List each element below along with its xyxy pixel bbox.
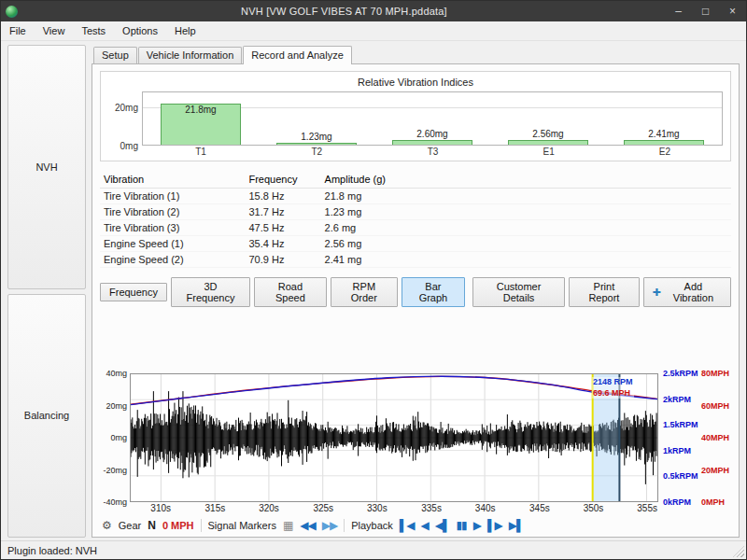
marker-grid-icon[interactable]: ▦ <box>283 519 293 532</box>
close-button[interactable]: × <box>719 1 746 21</box>
current-speed: 0 MPH <box>162 520 194 531</box>
play-icon[interactable]: ▶ <box>473 520 481 531</box>
gear-label: Gear <box>119 520 141 531</box>
waveform-plot[interactable]: 2148 RPM 69.6 MPH <box>130 373 658 502</box>
bar-column: 2.60mg <box>374 92 490 145</box>
maximize-button[interactable]: □ <box>692 1 719 21</box>
mph-tick: 60MPH <box>701 401 729 411</box>
pause-icon[interactable]: ▮▮ <box>457 520 467 531</box>
rpm-tick: 2.5kRPM <box>663 369 698 378</box>
sidebar-item-balancing[interactable]: Balancing <box>7 294 86 539</box>
resize-grip-icon[interactable] <box>733 546 744 557</box>
bar-chart-categories: T1 T2 T3 E1 E2 <box>143 146 723 157</box>
cursor-readout: 2148 RPM 69.6 MPH <box>592 377 634 399</box>
mph-tick: 0MPH <box>701 497 725 507</box>
app-window: NVH [VW GOLF VIBES AT 70 MPH.pddata] – □… <box>0 0 747 560</box>
menu-tests[interactable]: Tests <box>73 21 114 40</box>
table-row[interactable]: Tire Vibration (1) 15.8 Hz 21.8 mg <box>100 189 731 204</box>
status-bar: Plugin loaded: NVH <box>1 540 746 559</box>
x-tick: 350s <box>584 503 604 513</box>
time-history-chart: 40mg 20mg 0mg -20mg -40mg 2148 RPM 69.6 … <box>100 373 731 514</box>
y-tick: 20mg <box>106 401 127 411</box>
x-tick: 315s <box>205 503 226 513</box>
frequency-button[interactable]: Frequency <box>100 283 167 301</box>
vibration-bar <box>392 140 473 145</box>
sidebar-item-label: Balancing <box>24 410 69 421</box>
rpm-order-button[interactable]: RPM Order <box>331 277 398 307</box>
bar-value-label: 2.60mg <box>374 129 490 139</box>
tab-page-record-and-analyze: Relative Vibration Indices 20mg 0mg 21.8… <box>92 63 740 538</box>
sidebar: NVH Balancing <box>7 45 86 538</box>
bar-value-label: 2.56mg <box>490 129 606 139</box>
chart-title: Relative Vibration Indices <box>108 75 723 91</box>
mph-tick: 40MPH <box>701 433 729 442</box>
window-title: NVH [VW GOLF VIBES AT 70 MPH.pddata] <box>23 6 665 17</box>
x-tick: 345s <box>529 503 550 513</box>
sidebar-item-nvh[interactable]: NVH <box>7 45 86 289</box>
y-tick: 0mg <box>110 433 127 442</box>
category-label: T2 <box>259 147 374 157</box>
road-speed-button[interactable]: Road Speed <box>254 277 327 307</box>
bar-value-label: 21.8mg <box>143 105 259 115</box>
view-toolbar: Frequency 3D Frequency Road Speed RPM Or… <box>100 277 731 307</box>
x-tick: 325s <box>313 503 333 513</box>
rpm-tick: 2kRPM <box>663 395 691 404</box>
column-header-vibration: Vibration <box>100 170 245 189</box>
tab-record-and-analyze[interactable]: Record and Analyze <box>243 46 351 64</box>
app-icon[interactable] <box>6 6 18 18</box>
y-tick: -20mg <box>103 466 127 475</box>
x-tick: 355s <box>637 503 657 513</box>
transport-bar: ⚙ Gear N 0 MPH Signal Markers ▦ ◀◀ ▶▶ Pl… <box>100 519 731 532</box>
add-vibration-button[interactable]: ✚ Add Vibration <box>643 277 731 307</box>
vibration-bar <box>624 140 705 145</box>
bar-chart-y-axis: 20mg 0mg <box>108 91 142 146</box>
category-label: T3 <box>374 147 490 157</box>
table-row[interactable]: Engine Speed (2) 70.9 Hz 2.41 mg <box>100 252 731 268</box>
menu-view[interactable]: View <box>35 21 74 40</box>
mph-tick: 80MPH <box>701 369 729 378</box>
menu-options[interactable]: Options <box>114 21 166 40</box>
print-report-button[interactable]: Print Report <box>569 277 639 307</box>
minimize-button[interactable]: – <box>665 1 692 21</box>
tab-vehicle-information[interactable]: Vehicle Information <box>138 47 243 63</box>
menu-file[interactable]: File <box>1 21 35 40</box>
mph-tick: 20MPH <box>701 466 729 475</box>
playback-label: Playback <box>351 520 393 531</box>
next-marker-icon[interactable]: ▶▶ <box>322 520 337 531</box>
table-row[interactable]: Engine Speed (1) 35.4 Hz 2.56 mg <box>100 236 731 252</box>
status-text: Plugin loaded: NVH <box>7 545 97 556</box>
bar-column: 2.41mg <box>606 92 722 145</box>
table-row[interactable]: Tire Vibration (3) 47.5 Hz 2.6 mg <box>100 220 731 236</box>
customer-details-button[interactable]: Customer Details <box>472 277 565 307</box>
step-back-icon[interactable]: ◀ <box>421 520 429 531</box>
y-tick: 40mg <box>106 369 127 378</box>
column-header-frequency: Frequency <box>245 170 320 189</box>
bar-graph-button[interactable]: Bar Graph <box>402 277 465 307</box>
separator <box>201 519 202 532</box>
window-controls: – □ × <box>665 1 746 21</box>
sidebar-item-label: NVH <box>35 161 57 173</box>
waveform-svg[interactable] <box>131 374 657 501</box>
3d-frequency-button[interactable]: 3D Frequency <box>171 277 250 307</box>
skip-start-icon[interactable]: ▌◀ <box>400 520 415 531</box>
menu-help[interactable]: Help <box>166 21 204 40</box>
vibration-indices-chart: Relative Vibration Indices 20mg 0mg 21.8… <box>100 71 731 161</box>
table-row[interactable]: Tire Vibration (2) 31.7 Hz 1.23 mg <box>100 204 731 220</box>
cursor-mph-value: 69.6 MPH <box>593 388 633 399</box>
x-tick: 320s <box>259 503 279 513</box>
x-tick: 310s <box>150 503 171 513</box>
previous-marker-icon[interactable]: ◀◀ <box>300 520 315 531</box>
frame-back-icon[interactable]: ◀▌ <box>435 520 450 531</box>
gear-icon: ⚙ <box>102 519 112 532</box>
vibration-bar <box>508 140 589 145</box>
frame-forward-icon[interactable]: ▌▶ <box>487 520 502 531</box>
vibration-bar <box>276 143 358 145</box>
rpm-tick: 0.5kRPM <box>663 471 698 481</box>
y-tick: 20mg <box>115 102 138 112</box>
wave-x-axis: 310s 315s 320s 325s 330s 335s 340s 345s … <box>131 502 658 514</box>
y-tick: 0mg <box>120 141 138 151</box>
x-tick: 340s <box>475 503 496 513</box>
tab-setup[interactable]: Setup <box>93 47 137 63</box>
skip-end-icon[interactable]: ▶▌ <box>509 520 524 531</box>
x-tick: 335s <box>421 503 442 513</box>
